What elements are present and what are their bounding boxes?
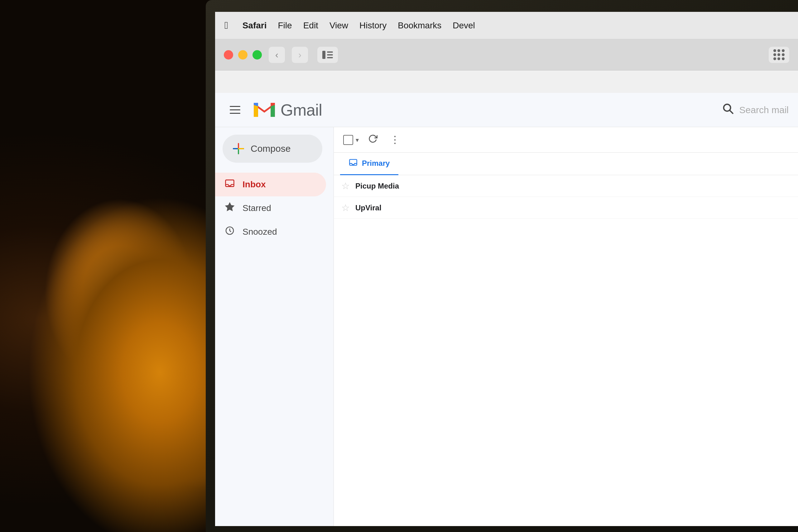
tab-primary[interactable]: Primary	[340, 153, 398, 175]
sidebar-toggle-button[interactable]	[317, 47, 338, 63]
sidebar-toggle-icon	[322, 51, 333, 59]
forward-arrow-icon: ›	[298, 50, 301, 60]
sidebar-item-inbox-label: Inbox	[243, 179, 266, 189]
back-arrow-icon: ‹	[275, 50, 278, 60]
email-sender: UpViral	[355, 204, 436, 212]
hamburger-icon	[230, 106, 240, 107]
compose-button[interactable]: Compose	[223, 135, 322, 163]
sidebar-item-snoozed[interactable]: Snoozed	[215, 220, 326, 244]
browser-right-controls	[769, 47, 789, 63]
primary-tab-icon	[349, 158, 358, 169]
menubar-edit[interactable]: Edit	[298, 19, 324, 33]
gmail-header: Gmail Search mail	[215, 93, 798, 127]
gmail-toolbar: ▾ ⋮	[334, 127, 798, 153]
star-button[interactable]: ☆	[341, 180, 350, 191]
select-all-checkbox[interactable]	[343, 135, 353, 145]
svg-marker-5	[254, 105, 258, 117]
gmail-tabs: Primary	[334, 153, 798, 175]
inbox-icon	[224, 178, 236, 191]
email-row[interactable]: ☆ Picup Media	[334, 175, 798, 197]
sidebar-item-starred[interactable]: Starred	[215, 196, 326, 220]
maximize-button[interactable]	[252, 50, 262, 59]
menubar-bookmarks[interactable]: Bookmarks	[392, 19, 447, 33]
email-row[interactable]: ☆ UpViral	[334, 197, 798, 219]
star-icon	[224, 202, 236, 214]
search-icon	[722, 102, 734, 117]
menubar:  Safari File Edit View History Bookmark…	[215, 12, 798, 39]
compose-label: Compose	[251, 144, 290, 154]
menubar-view[interactable]: View	[324, 19, 354, 33]
svg-marker-15	[226, 203, 234, 211]
hamburger-icon	[230, 109, 240, 110]
select-dropdown-arrow[interactable]: ▾	[356, 136, 359, 144]
search-placeholder-text: Search mail	[739, 105, 788, 115]
gmail-logo: Gmail	[253, 101, 322, 119]
sidebar-item-starred-label: Starred	[243, 203, 271, 213]
hamburger-button[interactable]	[225, 99, 246, 120]
more-options-button[interactable]: ⋮	[387, 132, 404, 148]
browser-chrome: ‹ ›	[215, 39, 798, 71]
gmail-body: Compose Inbox	[215, 127, 798, 526]
gmail-content: Gmail Search mail	[215, 93, 798, 526]
svg-marker-4	[270, 105, 275, 117]
sidebar-item-snoozed-label: Snoozed	[243, 227, 277, 237]
email-list: ☆ Picup Media ☆ UpViral	[334, 175, 798, 219]
email-sender: Picup Media	[355, 182, 436, 190]
apple-menu-icon[interactable]: 	[225, 20, 228, 31]
close-button[interactable]	[224, 50, 233, 59]
gmail-m-icon	[253, 101, 276, 118]
back-button[interactable]: ‹	[269, 47, 285, 63]
screen:  Safari File Edit View History Bookmark…	[215, 12, 798, 526]
gmail-logo-text: Gmail	[281, 101, 322, 119]
menubar-safari[interactable]: Safari	[237, 19, 272, 33]
star-button[interactable]: ☆	[341, 202, 350, 213]
clock-icon	[224, 226, 236, 238]
more-options-icon: ⋮	[390, 134, 401, 145]
refresh-button[interactable]	[365, 131, 381, 149]
menubar-develop[interactable]: Devel	[447, 19, 481, 33]
grid-dots-icon	[773, 49, 784, 60]
gmail-main: ▾ ⋮	[334, 127, 798, 526]
svg-line-7	[730, 110, 733, 113]
menubar-file[interactable]: File	[272, 19, 298, 33]
sidebar-item-inbox[interactable]: Inbox	[215, 173, 326, 196]
tab-primary-label: Primary	[362, 159, 390, 168]
minimize-button[interactable]	[238, 50, 247, 59]
menubar-history[interactable]: History	[354, 19, 392, 33]
traffic-lights	[224, 50, 262, 59]
gmail-sidebar: Compose Inbox	[215, 127, 334, 526]
forward-button[interactable]: ›	[292, 47, 308, 63]
compose-plus-icon	[232, 143, 244, 155]
hamburger-icon	[230, 113, 240, 114]
search-bar[interactable]: Search mail	[722, 102, 788, 117]
tab-grid-button[interactable]	[769, 47, 789, 63]
select-all-checkbox-wrap: ▾	[343, 135, 359, 145]
